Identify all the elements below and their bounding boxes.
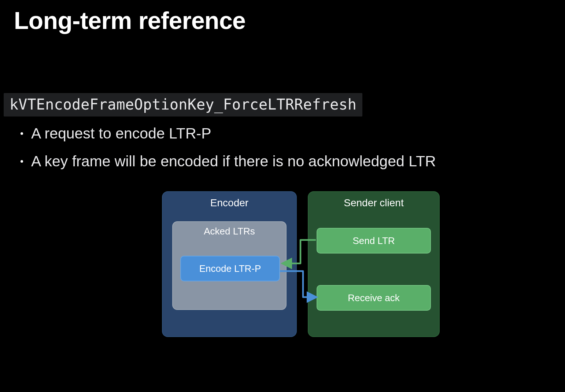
slide: Long-term reference kVTEncodeFrameOption… — [0, 0, 565, 392]
bullet-list: A request to encode LTR-P A key frame wi… — [21, 122, 436, 177]
encoder-panel: Encoder Acked LTRs Encode LTR-P — [162, 191, 297, 337]
send-ltr-box: Send LTR — [317, 228, 431, 254]
bullet-item: A key frame will be encoded if there is … — [21, 149, 436, 174]
bullet-text: A key frame will be encoded if there is … — [31, 149, 436, 174]
bullet-dot-icon — [21, 132, 23, 135]
slide-title: Long-term reference — [14, 7, 245, 34]
bullet-dot-icon — [21, 160, 23, 163]
api-key-code: kVTEncodeFrameOptionKey_ForceLTRRefresh — [4, 93, 362, 117]
acked-ltrs-panel: Acked LTRs Encode LTR-P — [172, 221, 287, 310]
bullet-text: A request to encode LTR-P — [31, 122, 211, 146]
acked-ltrs-label: Acked LTRs — [173, 226, 286, 237]
receive-ack-box: Receive ack — [317, 285, 431, 311]
sender-client-panel: Sender client Send LTR Receive ack — [308, 191, 440, 337]
encoder-label: Encoder — [163, 197, 296, 209]
diagram: Encoder Acked LTRs Encode LTR-P Sender c… — [162, 191, 440, 345]
encode-ltrp-box: Encode LTR-P — [180, 256, 280, 281]
bullet-item: A request to encode LTR-P — [21, 122, 436, 146]
sender-client-label: Sender client — [309, 197, 439, 209]
